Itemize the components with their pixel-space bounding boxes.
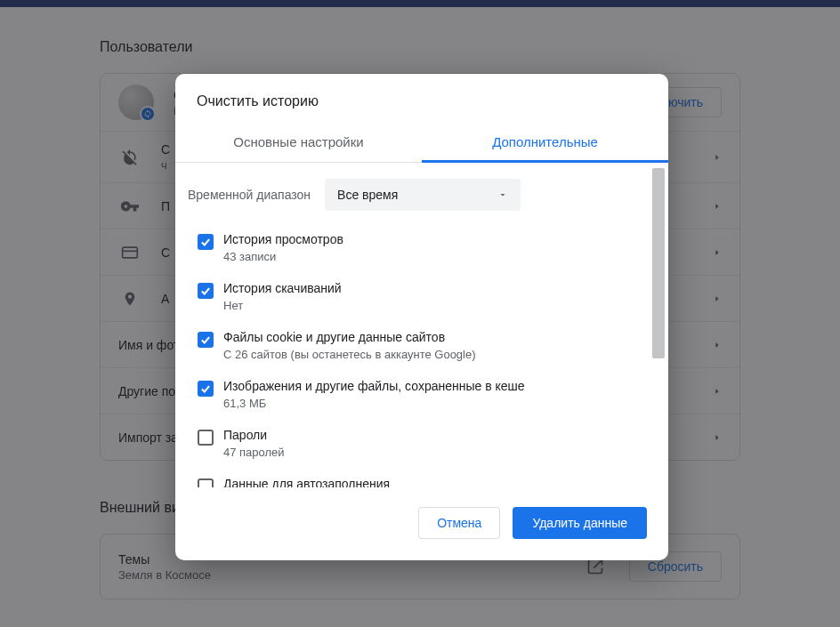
option-row[interactable]: Пароли47 паролей	[188, 419, 647, 468]
option-checkbox[interactable]	[198, 332, 214, 348]
option-row[interactable]: История просмотров43 записи	[188, 223, 647, 272]
dialog-title: Очистить историю	[175, 74, 668, 124]
dialog-actions: Отмена Удалить данные	[175, 487, 668, 560]
option-subtitle: 43 записи	[223, 250, 647, 263]
option-checkbox[interactable]	[198, 283, 214, 299]
cancel-button[interactable]: Отмена	[418, 507, 500, 539]
option-checkbox[interactable]	[198, 381, 214, 397]
time-range-label: Временной диапазон	[188, 188, 311, 202]
option-subtitle: 47 паролей	[223, 446, 647, 459]
time-range-select[interactable]: Все время	[325, 179, 521, 211]
option-subtitle: 61,3 МБ	[223, 397, 647, 410]
dialog-scrollbar[interactable]	[652, 168, 665, 358]
time-range-value: Все время	[337, 188, 398, 202]
dialog-tabs: Основные настройки Дополнительные	[175, 124, 668, 163]
chevron-down-icon	[497, 189, 508, 200]
option-title: История скачиваний	[223, 281, 647, 295]
option-subtitle: С 26 сайтов (вы останетесь в аккаунте Go…	[223, 348, 647, 361]
tab-basic[interactable]: Основные настройки	[175, 124, 422, 162]
option-title: Пароли	[223, 428, 647, 442]
option-title: История просмотров	[223, 232, 647, 246]
option-checkbox[interactable]	[198, 234, 214, 250]
tab-advanced[interactable]: Дополнительные	[422, 124, 668, 162]
option-row[interactable]: Данные для автозаполнения	[188, 468, 647, 487]
time-range-row: Временной диапазон Все время	[188, 172, 647, 223]
option-title: Файлы cookie и другие данные сайтов	[223, 330, 647, 344]
dialog-body: Временной диапазон Все время История про…	[175, 163, 668, 487]
option-title: Изображения и другие файлы, сохраненные …	[223, 379, 647, 393]
clear-history-dialog: Очистить историю Основные настройки Допо…	[175, 74, 668, 560]
option-checkbox[interactable]	[198, 478, 214, 487]
confirm-button[interactable]: Удалить данные	[513, 507, 647, 539]
option-title: Данные для автозаполнения	[223, 477, 647, 487]
option-subtitle: Нет	[223, 299, 647, 312]
option-row[interactable]: Изображения и другие файлы, сохраненные …	[188, 370, 647, 419]
option-row[interactable]: Файлы cookie и другие данные сайтовС 26 …	[188, 321, 647, 370]
option-row[interactable]: История скачиванийНет	[188, 272, 647, 321]
option-checkbox[interactable]	[198, 430, 214, 446]
